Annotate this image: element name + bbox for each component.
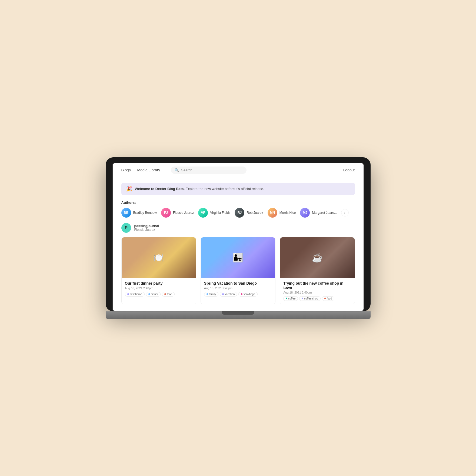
author-avatar-4: MN [268, 208, 277, 218]
card-tag-2-0[interactable]: coffee [283, 296, 298, 301]
card-tags-2: coffee coffee shop food [283, 296, 351, 301]
tag-dot-1-1 [222, 293, 224, 295]
tag-label-1-2: san diego [243, 293, 255, 296]
author-name-5: Margaret Juare... [312, 211, 337, 215]
blog-meta: passingjournal Flossie Juarez [134, 224, 159, 232]
card-title-1: Spring Vacation to San Diego [204, 281, 272, 285]
card-date-1: Aug 18, 2021 2:40pm [204, 287, 272, 290]
author-item-0[interactable]: BB Bradley Benbow [121, 208, 157, 218]
banner-bold: Welcome to Dexter Blog Beta. [135, 187, 185, 191]
card-0[interactable]: 🍽️ Our first dinner party Aug 18, 2021 2… [121, 237, 196, 304]
laptop-frame: Blogs Media Library 🔍 Logout 🎉 Welcome t… [106, 157, 371, 311]
blog-header: P passingjournal Flossie Juarez [121, 223, 355, 233]
search-input[interactable] [181, 168, 243, 172]
blog-author-name: Flossie Juarez [134, 228, 159, 232]
card-body-0: Our first dinner party Aug 18, 2021 2:40… [122, 278, 196, 300]
card-tag-1-0[interactable]: family [204, 292, 218, 297]
author-avatar-0: BB [121, 208, 131, 218]
author-name-2: Virginia Fields [210, 211, 230, 215]
card-body-2: Trying out the new coffee shop in town A… [280, 278, 354, 304]
laptop-notch [222, 311, 254, 315]
author-name-3: Rob Juarez [247, 211, 263, 215]
author-item-2[interactable]: VF Virginia Fields [198, 208, 230, 218]
tag-label-2-1: coffee shop [304, 297, 318, 300]
logout-button[interactable]: Logout [343, 168, 355, 172]
authors-list: BB Bradley Benbow FJ Flossie Juarez VF V… [121, 208, 355, 218]
tag-dot-1-0 [207, 293, 208, 295]
card-tag-2-1[interactable]: coffee shop [299, 296, 321, 301]
author-item-4[interactable]: MN Morris Nice [268, 208, 296, 218]
author-avatar-2: VF [198, 208, 208, 218]
card-image-2: ☕ [280, 237, 354, 278]
card-tag-0-2[interactable]: food [162, 292, 174, 297]
authors-section: Authors: BB Bradley Benbow FJ Flossie Ju… [113, 195, 364, 218]
tag-dot-2-0 [286, 298, 287, 299]
card-date-2: Aug 18, 2021 2:40pm [283, 291, 351, 294]
card-tag-1-2[interactable]: san diego [238, 292, 257, 297]
author-item-1[interactable]: FJ Flossie Juarez [161, 208, 194, 218]
tag-label-2-0: coffee [288, 297, 295, 300]
blog-section: P passingjournal Flossie Juarez 🍽️ Our f… [113, 218, 364, 311]
card-1[interactable]: 👨‍👧 Spring Vacation to San Diego Aug 18,… [201, 237, 275, 304]
author-avatar-1: FJ [161, 208, 171, 218]
banner-text: Welcome to Dexter Blog Beta. Explore the… [135, 187, 264, 191]
search-icon: 🔍 [175, 168, 179, 172]
search-box[interactable]: 🔍 [171, 167, 247, 174]
card-tag-2-2[interactable]: food [322, 296, 334, 301]
author-item-5[interactable]: MJ Margaret Juare... [300, 208, 337, 218]
tag-dot-0-2 [164, 293, 166, 295]
laptop-bottom [106, 311, 371, 319]
card-title-0: Our first dinner party [125, 281, 193, 285]
author-avatar-5: MJ [300, 208, 310, 218]
card-tag-1-1[interactable]: vacation [220, 292, 237, 297]
tag-label-1-1: vacation [225, 293, 235, 296]
blog-name: passingjournal [134, 224, 159, 228]
card-tags-1: family vacation san diego [204, 292, 272, 297]
author-item-3[interactable]: RJ Rob Juarez [235, 208, 263, 218]
screen: Blogs Media Library 🔍 Logout 🎉 Welcome t… [112, 163, 364, 311]
nav-media-library[interactable]: Media Library [137, 168, 160, 172]
author-name-4: Morris Nice [279, 211, 296, 215]
tag-label-0-0: new home [130, 293, 142, 296]
laptop-container: Blogs Media Library 🔍 Logout 🎉 Welcome t… [106, 157, 371, 319]
card-2[interactable]: ☕ Trying out the new coffee shop in town… [280, 237, 355, 304]
tag-label-0-2: food [167, 293, 172, 296]
card-tags-0: new home dinner food [125, 292, 193, 297]
nav-links: Blogs Media Library [121, 168, 160, 172]
tag-dot-2-2 [324, 298, 326, 299]
search-container: 🔍 [171, 167, 332, 174]
tag-dot-2-1 [302, 298, 303, 299]
card-date-0: Aug 18, 2021 2:40pm [125, 287, 193, 290]
authors-label: Authors: [121, 201, 355, 205]
card-tag-0-0[interactable]: new home [125, 292, 145, 297]
navigation: Blogs Media Library 🔍 Logout [113, 163, 364, 177]
tag-label-1-0: family [209, 293, 216, 296]
card-body-1: Spring Vacation to San Diego Aug 18, 202… [201, 278, 275, 300]
card-tag-0-1[interactable]: dinner [146, 292, 161, 297]
tag-dot-0-1 [148, 293, 150, 295]
author-name-0: Bradley Benbow [133, 211, 157, 215]
tag-label-2-2: food [327, 297, 332, 300]
welcome-banner: 🎉 Welcome to Dexter Blog Beta. Explore t… [121, 183, 355, 195]
authors-next-button[interactable]: › [341, 209, 349, 217]
cards-grid: 🍽️ Our first dinner party Aug 18, 2021 2… [121, 237, 355, 304]
nav-blogs[interactable]: Blogs [121, 168, 131, 172]
card-image-1: 👨‍👧 [201, 237, 275, 278]
banner-rest: Explore the new website before it's offi… [186, 187, 264, 191]
tag-dot-0-0 [127, 293, 129, 295]
blog-avatar: P [121, 223, 131, 233]
banner-icon: 🎉 [126, 186, 132, 192]
tag-label-0-1: dinner [151, 293, 158, 296]
author-name-1: Flossie Juarez [173, 211, 194, 215]
card-image-0: 🍽️ [122, 237, 196, 278]
author-avatar-3: RJ [235, 208, 244, 218]
tag-dot-1-2 [241, 293, 242, 295]
card-title-2: Trying out the new coffee shop in town [283, 281, 351, 290]
